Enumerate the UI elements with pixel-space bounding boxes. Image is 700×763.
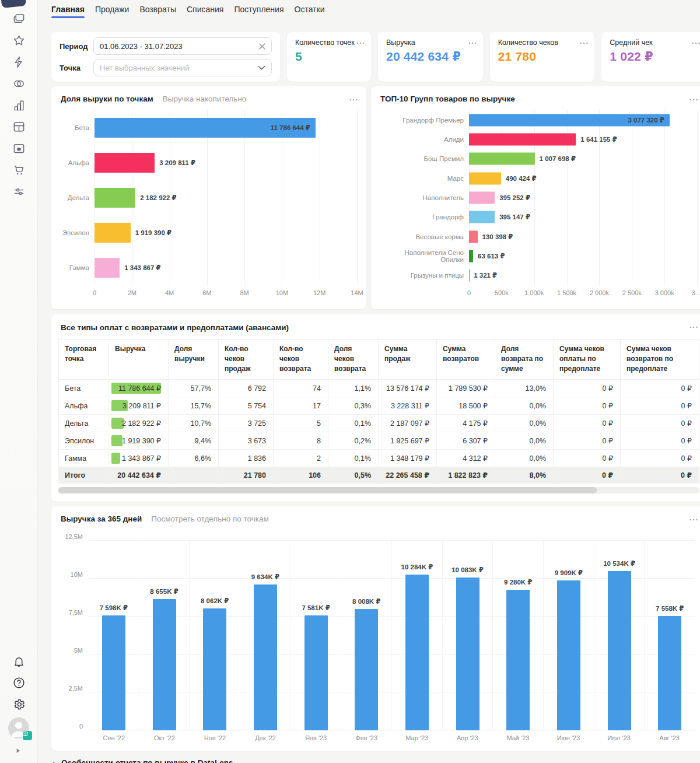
folder-media-icon bbox=[12, 142, 26, 155]
more-menu-icon[interactable] bbox=[689, 321, 698, 331]
chart-tab-active[interactable]: Выручка за 365 дней bbox=[61, 514, 142, 523]
bar-8[interactable] bbox=[456, 578, 480, 730]
more-menu-icon[interactable] bbox=[468, 37, 477, 47]
cell: 0,0% bbox=[495, 432, 554, 450]
cell: 0,0% bbox=[495, 397, 554, 415]
app-logo[interactable] bbox=[1, 0, 26, 8]
kpi-title: Выручка bbox=[386, 38, 475, 47]
avatar[interactable] bbox=[8, 718, 29, 738]
more-menu-icon[interactable] bbox=[689, 93, 698, 104]
cell bbox=[169, 467, 219, 484]
sidebar-item-bar-chart[interactable] bbox=[8, 94, 29, 116]
x-tick: 8M bbox=[240, 289, 249, 296]
cell: 0 ₽ bbox=[554, 467, 621, 484]
bar-7[interactable] bbox=[469, 230, 478, 243]
bar-5[interactable] bbox=[469, 191, 495, 204]
sidebar-expand-button[interactable] bbox=[14, 747, 22, 757]
period-input[interactable]: 01.06.2023 - 31.07.2023 bbox=[93, 37, 272, 55]
point-select[interactable]: Нет выбранных значений bbox=[93, 59, 272, 76]
x-tick: Авг '23 bbox=[644, 734, 695, 741]
sidebar-item-collections[interactable] bbox=[8, 8, 29, 30]
table-scrollbar-thumb[interactable] bbox=[58, 487, 597, 494]
bar-2[interactable] bbox=[153, 599, 176, 730]
sidebar-item-folder-media[interactable] bbox=[8, 138, 29, 159]
sidebar-item-bell[interactable] bbox=[8, 650, 29, 672]
bar-3[interactable] bbox=[469, 153, 535, 165]
column-header: Доля выручки bbox=[169, 340, 219, 380]
revenue-365-chart: Выручка за 365 днейПосмотреть отдельно п… bbox=[51, 506, 700, 751]
cell: 0 ₽ bbox=[621, 397, 699, 415]
more-menu-icon[interactable] bbox=[579, 37, 589, 47]
cell: 0 ₽ bbox=[554, 397, 621, 415]
cell: 3 725 bbox=[219, 415, 274, 432]
cell: 3 209 811 ₽ bbox=[109, 397, 169, 415]
tab-4[interactable]: Списания bbox=[187, 5, 223, 18]
sidebar-item-grid[interactable] bbox=[8, 116, 29, 138]
sidebar-item-linked-circles[interactable] bbox=[8, 73, 29, 94]
bar-6[interactable] bbox=[469, 211, 495, 223]
kpi-card-2: Выручка20 442 634 ₽ bbox=[378, 32, 483, 82]
footer-link[interactable]: › Особенности отчета по выручке в DataLe… bbox=[51, 758, 700, 763]
more-menu-icon[interactable] bbox=[691, 37, 700, 47]
cell: 57,7% bbox=[169, 380, 219, 397]
cell: Эпсилон bbox=[59, 432, 109, 450]
more-menu-icon[interactable] bbox=[689, 513, 698, 524]
sidebar-item-star[interactable] bbox=[8, 30, 29, 51]
bar-11[interactable] bbox=[608, 571, 631, 731]
more-menu-icon[interactable] bbox=[349, 93, 358, 104]
chart-column-9: 9 280K ₽ bbox=[492, 541, 543, 730]
bar-2[interactable] bbox=[469, 133, 576, 145]
sidebar-item-filters[interactable] bbox=[8, 181, 29, 202]
bar-9[interactable] bbox=[506, 590, 530, 730]
cell: 1 919 390 ₽ bbox=[109, 432, 169, 450]
bar-7[interactable] bbox=[405, 575, 429, 730]
kpi-card-4: Средний чек1 022 ₽ bbox=[601, 32, 700, 82]
chart-column-11: 10 534K ₽ bbox=[594, 541, 645, 730]
star-icon bbox=[12, 34, 26, 47]
chart-column-8: 10 083K ₽ bbox=[442, 541, 493, 730]
tab-3[interactable]: Возвраты bbox=[139, 5, 176, 18]
chart-tab-secondary[interactable]: Посмотреть отдельно по точкам bbox=[151, 514, 269, 523]
table-scrollbar-track[interactable] bbox=[58, 487, 699, 494]
sidebar-item-settings[interactable] bbox=[8, 694, 29, 715]
x-tick: Ноя '22 bbox=[190, 734, 240, 741]
bar-10[interactable] bbox=[557, 580, 580, 731]
chart-tab-active[interactable]: Доля выруки по точкам bbox=[61, 94, 153, 103]
column-header: Кол-во чеков продаж bbox=[219, 340, 274, 380]
sidebar-item-cart[interactable] bbox=[8, 159, 29, 181]
table-row-total: Итого20 442 634 ₽21 7801060,5%22 265 458… bbox=[59, 467, 699, 484]
sidebar-item-help[interactable] bbox=[8, 672, 29, 694]
bar-1[interactable] bbox=[102, 615, 125, 731]
bar-4[interactable] bbox=[254, 584, 277, 730]
bar-3[interactable] bbox=[203, 608, 226, 731]
clear-icon[interactable] bbox=[259, 43, 265, 50]
bar-value-label: 7 581K ₽ bbox=[302, 604, 330, 612]
y-tick: 12,5M bbox=[65, 533, 83, 540]
bar-5[interactable] bbox=[94, 258, 120, 278]
app-root: ГлавнаяПродажиВозвратыСписанияПоступлени… bbox=[0, 0, 700, 763]
bar-4[interactable] bbox=[469, 172, 501, 184]
x-tick: Июл '23 bbox=[594, 734, 645, 741]
bar-9[interactable] bbox=[469, 270, 470, 282]
bar-4[interactable] bbox=[94, 223, 131, 243]
bar-value-label: 10 284K ₽ bbox=[401, 563, 433, 571]
cell: 0 ₽ bbox=[621, 432, 699, 450]
chart-tab-secondary[interactable]: Выручка накопительно bbox=[163, 94, 247, 103]
tab-5[interactable]: Поступления bbox=[234, 5, 284, 18]
bar-12[interactable] bbox=[658, 616, 681, 731]
bar-3[interactable] bbox=[94, 188, 135, 208]
column-header: Кол-во чеков возврата bbox=[274, 340, 328, 380]
chart-row: Марс490 424 ₽ bbox=[380, 169, 697, 188]
tab-1[interactable]: Главная bbox=[51, 5, 85, 18]
more-menu-icon[interactable] bbox=[356, 37, 365, 47]
cell: 10,7% bbox=[169, 415, 219, 432]
bar-6[interactable] bbox=[355, 609, 378, 730]
cell: 106 bbox=[274, 467, 328, 484]
bar-5[interactable] bbox=[304, 615, 328, 730]
bar-8[interactable] bbox=[469, 250, 473, 262]
bar-2[interactable] bbox=[94, 153, 155, 173]
tab-2[interactable]: Продажи bbox=[95, 5, 129, 18]
tab-6[interactable]: Остатки bbox=[295, 5, 325, 18]
sidebar-item-flash[interactable] bbox=[8, 51, 29, 73]
chart-column-2: 8 655K ₽ bbox=[139, 541, 190, 730]
